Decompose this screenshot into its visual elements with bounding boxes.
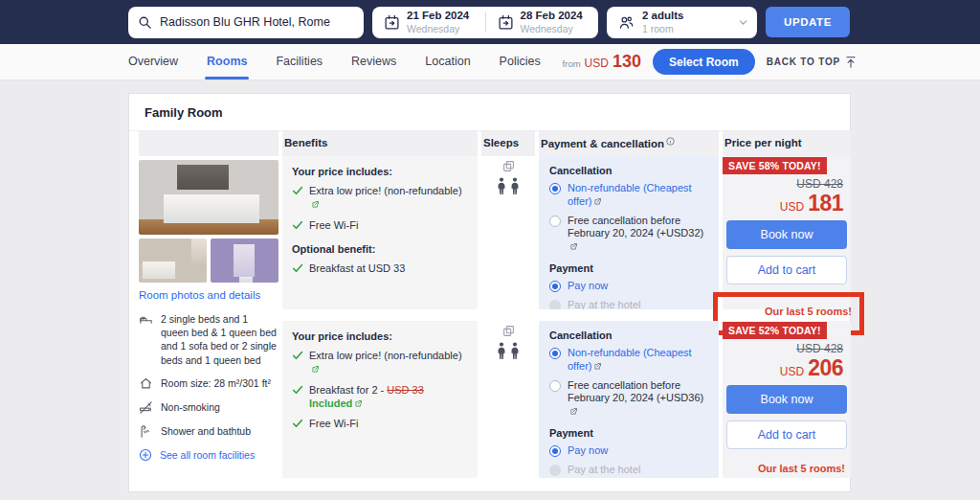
page-tabs: Overview Rooms Facilities Reviews Locati… <box>128 44 541 80</box>
checkin-day: Wednesday <box>407 23 469 35</box>
checkin-field[interactable]: 21 Feb 2024 Wednesday <box>372 7 485 38</box>
search-input[interactable] <box>160 15 354 29</box>
radio-selected[interactable] <box>549 183 561 194</box>
rate2-payment-cancellation: Cancellation Non-refundable (Cheapest of… <box>539 321 719 478</box>
bed-icon <box>139 312 153 327</box>
date-range-picker: 21 Feb 2024 Wednesday 28 Feb 2024 Wednes… <box>372 7 598 38</box>
guests-icon <box>618 14 635 31</box>
benefit-item: Extra low price! (non-refundable) <box>292 349 468 376</box>
adult-icon <box>497 342 506 360</box>
cancel-option-nonrefundable[interactable]: Non-refundable (Cheapest offer) <box>549 182 708 209</box>
radio-selected[interactable] <box>549 445 561 457</box>
check-icon <box>292 350 303 361</box>
benefit-item: Free Wi-Fi <box>292 218 468 232</box>
arrow-up-icon <box>844 56 858 69</box>
external-link-icon[interactable] <box>593 197 602 206</box>
tab-policies[interactable]: Policies <box>500 44 541 80</box>
tab-reviews[interactable]: Reviews <box>351 44 396 80</box>
scarcity-message: Our last 5 rooms! <box>723 463 845 474</box>
room-page-nav: Overview Rooms Facilities Reviews Locati… <box>0 44 980 80</box>
book-now-button[interactable]: Book now <box>726 385 847 414</box>
cancel-option-nonrefundable[interactable]: Non-refundable (Cheapest offer) <box>549 347 708 374</box>
radio-selected[interactable] <box>549 281 561 292</box>
rate1-price: SAVE 58% TODAY! USD 428 USD 181 Book now… <box>723 156 851 309</box>
calendar-checkout-icon <box>498 14 514 31</box>
radio-disabled <box>549 300 561 310</box>
radio-selected[interactable] <box>549 348 561 359</box>
column-header-spacer <box>139 131 278 156</box>
pay-option-pay-at-hotel: Pay at the hotel <box>549 299 708 310</box>
external-link-icon[interactable] <box>311 200 320 209</box>
cancel-option-free-cancellation[interactable]: Free cancellation before February 20, 20… <box>549 215 708 254</box>
external-link-icon[interactable] <box>593 362 602 371</box>
compare-rooms-icon[interactable] <box>502 325 515 337</box>
tab-rooms[interactable]: Rooms <box>207 44 247 80</box>
back-to-top-button[interactable]: BACK TO TOP <box>767 56 858 69</box>
info-icon[interactable] <box>666 137 675 146</box>
column-header-price: Price per night <box>723 131 851 156</box>
see-all-facilities-link[interactable]: See all room facilities <box>139 448 278 462</box>
checkout-day: Wednesday <box>521 23 583 35</box>
tab-overview[interactable]: Overview <box>128 44 178 80</box>
radio-disabled <box>549 465 561 476</box>
external-link-icon[interactable] <box>354 399 363 408</box>
sleeps-two-adults <box>497 177 520 195</box>
current-price: USD 206 <box>723 355 851 381</box>
includes-title: Your price includes: <box>292 166 468 177</box>
add-to-cart-button[interactable]: Add to cart <box>726 256 847 284</box>
book-now-button[interactable]: Book now <box>726 220 847 249</box>
external-link-icon[interactable] <box>569 242 578 251</box>
from-currency: USD <box>585 57 609 70</box>
room-photos-details-link[interactable]: Room photos and details <box>139 289 278 301</box>
room-photo-thumb-bathroom[interactable] <box>211 239 278 283</box>
current-price: USD 181 <box>723 191 851 216</box>
check-icon <box>292 384 303 396</box>
column-header-benefits: Benefits <box>282 131 478 156</box>
rate2-price: SAVE 52% TODAY! USD 428 USD 206 Book now… <box>723 321 851 478</box>
from-amount: 130 <box>612 52 641 72</box>
compare-rooms-icon[interactable] <box>502 160 515 172</box>
radio-unselected[interactable] <box>549 380 561 392</box>
tab-location[interactable]: Location <box>425 44 470 80</box>
add-to-cart-button[interactable]: Add to cart <box>726 420 847 449</box>
rate2-benefits: Your price includes: Extra low price! (n… <box>282 321 478 478</box>
external-link-icon[interactable] <box>569 407 578 416</box>
old-price: USD 428 <box>723 342 851 355</box>
room-size: Room size: 28 m²/301 ft² <box>139 376 278 391</box>
pay-option-pay-at-hotel: Pay at the hotel <box>549 464 708 477</box>
pay-option-pay-now[interactable]: Pay now <box>549 444 708 458</box>
search-icon <box>138 15 152 30</box>
from-label: from <box>563 58 581 69</box>
cancellation-title: Cancellation <box>549 165 708 176</box>
benefit-item: Free Wi-Fi <box>292 417 468 430</box>
hotel-search-field[interactable] <box>128 7 364 38</box>
chevron-down-icon <box>737 16 749 29</box>
rate1-payment-cancellation: Cancellation Non-refundable (Cheapest of… <box>539 156 719 309</box>
back-to-top-label: BACK TO TOP <box>767 57 840 67</box>
rate1-benefits: Your price includes: Extra low price! (n… <box>282 156 478 309</box>
pay-option-pay-now[interactable]: Pay now <box>549 280 708 293</box>
guests-selector[interactable]: 2 adults 1 room <box>607 7 757 38</box>
room-photo-main[interactable] <box>139 160 278 235</box>
update-button[interactable]: UPDATE <box>766 7 850 37</box>
select-room-button[interactable]: Select Room <box>653 49 755 75</box>
scarcity-message: Our last 5 rooms! <box>725 306 852 317</box>
from-price: from USD 130 <box>563 52 641 72</box>
external-link-icon[interactable] <box>311 365 320 374</box>
cancel-option-free-cancellation[interactable]: Free cancellation before February 20, 20… <box>549 379 708 419</box>
checkin-date: 21 Feb 2024 <box>407 10 469 23</box>
sleeps-two-adults <box>497 342 520 360</box>
radio-unselected[interactable] <box>549 216 561 227</box>
checkout-date: 28 Feb 2024 <box>521 10 583 23</box>
adult-icon <box>510 342 520 360</box>
adult-icon <box>510 177 520 195</box>
column-header-sleeps: Sleeps <box>481 131 535 156</box>
payment-title: Payment <box>549 427 708 439</box>
check-icon <box>292 418 303 429</box>
tab-facilities[interactable]: Facilities <box>276 44 323 80</box>
optional-benefit-title: Optional benefit: <box>292 243 468 255</box>
room-photo-thumb-bedroom[interactable] <box>139 239 207 283</box>
rate1-sleeps <box>481 156 535 309</box>
checkout-field[interactable]: 28 Feb 2024 Wednesday <box>486 7 599 38</box>
rate2-sleeps <box>481 321 535 478</box>
